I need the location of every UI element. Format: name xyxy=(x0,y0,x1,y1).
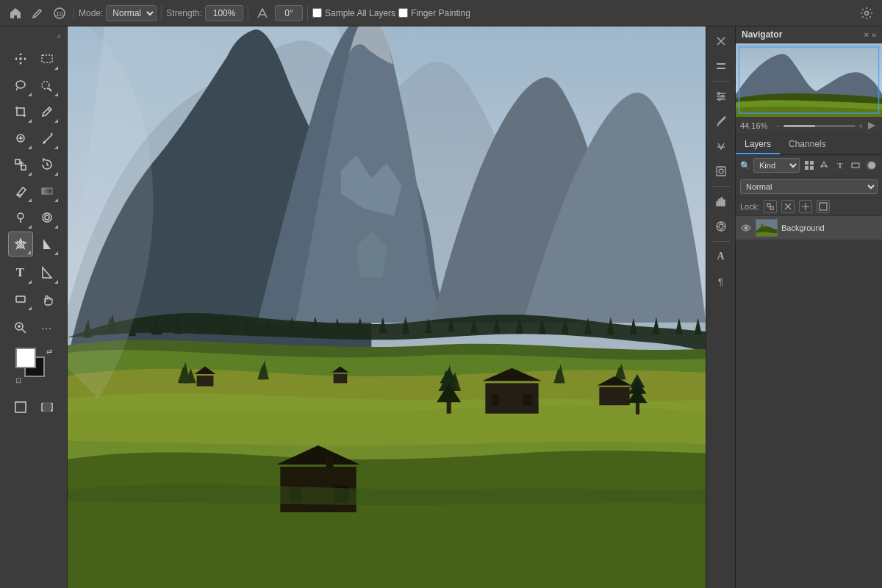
lock-artboard-icon[interactable] xyxy=(817,200,830,213)
adjustments-icon[interactable] xyxy=(709,85,733,108)
reset-colors-icon[interactable]: ⊡ xyxy=(15,376,21,384)
layer-name: Background xyxy=(781,223,878,232)
svg-point-7 xyxy=(42,82,49,89)
svg-rect-4 xyxy=(19,58,21,60)
gradient-tool[interactable] xyxy=(35,179,60,204)
strength-input[interactable] xyxy=(205,5,243,21)
type-tool[interactable]: T xyxy=(8,260,33,285)
zoom-tool[interactable] xyxy=(8,315,33,340)
navigator-expand-icon[interactable]: » xyxy=(872,30,876,39)
svg-point-61 xyxy=(719,224,723,229)
filter-type-icon[interactable]: T xyxy=(833,159,847,172)
layer-thumb-svg xyxy=(756,220,778,237)
brush-tool[interactable] xyxy=(35,126,60,151)
sample-all-checkbox[interactable] xyxy=(312,8,322,18)
marquee-tool[interactable] xyxy=(35,46,60,71)
angle-input[interactable] xyxy=(275,5,303,21)
more-tools[interactable]: ··· xyxy=(35,315,60,340)
collapse-icon[interactable]: « xyxy=(55,31,62,42)
angle-icon xyxy=(253,4,272,23)
lasso-tool[interactable] xyxy=(8,73,33,98)
svg-rect-66 xyxy=(810,161,814,165)
layer-visibility-icon[interactable] xyxy=(740,222,752,234)
svg-rect-5 xyxy=(42,55,52,62)
home-icon[interactable] xyxy=(6,4,25,23)
canvas-image xyxy=(68,26,706,588)
clone-stamp-tool[interactable] xyxy=(8,152,33,177)
direct-select-tool[interactable] xyxy=(35,260,60,285)
zoom-out-icon[interactable]: − xyxy=(776,122,781,130)
paragraph-icon[interactable]: ¶ xyxy=(709,270,733,293)
lock-image-icon[interactable] xyxy=(781,200,795,213)
svg-point-3 xyxy=(865,11,869,15)
navigator-close-icon[interactable]: × xyxy=(864,30,868,39)
tools-grid-2: T xyxy=(7,259,61,313)
svg-point-6 xyxy=(16,81,25,88)
filter-kind-select[interactable]: Kind xyxy=(753,158,800,173)
settings-icon[interactable] xyxy=(857,4,876,23)
sample-all-label[interactable]: Sample All Layers xyxy=(325,8,395,18)
lock-label: Lock: xyxy=(740,202,759,211)
panel-close-icon[interactable] xyxy=(709,29,733,53)
canvas-area[interactable] xyxy=(68,26,706,588)
navigator-section: Navigator × » xyxy=(736,26,882,135)
filter-pixel-icon[interactable] xyxy=(803,159,816,172)
mask-icon[interactable] xyxy=(709,159,733,183)
zoom-in-icon[interactable]: + xyxy=(858,122,863,130)
layer-item[interactable]: Background xyxy=(736,216,882,240)
quick-select-tool[interactable] xyxy=(35,73,60,98)
move-tool[interactable] xyxy=(8,46,33,71)
crop-tool[interactable] xyxy=(8,99,33,124)
eraser-tool[interactable] xyxy=(8,179,33,204)
svg-point-53 xyxy=(718,98,720,101)
histogram-icon[interactable] xyxy=(709,190,733,213)
filter-shape-icon[interactable] xyxy=(849,159,862,172)
blend-mode-select[interactable]: Normal xyxy=(740,179,878,194)
sep4 xyxy=(307,6,308,21)
shape-tool[interactable] xyxy=(8,287,33,312)
target-icon[interactable] xyxy=(709,215,733,238)
svg-marker-64 xyxy=(868,122,875,129)
mode-label: Mode: xyxy=(79,8,103,18)
svg-point-14 xyxy=(45,215,49,220)
foreground-color-swatch[interactable] xyxy=(15,348,36,368)
panel-expand-icon[interactable] xyxy=(709,54,733,78)
history-brush-tool[interactable] xyxy=(35,152,60,177)
brush-icon[interactable]: 10 xyxy=(50,4,69,23)
lock-transparent-icon[interactable] xyxy=(764,200,777,213)
standard-screen-btn[interactable] xyxy=(8,395,33,420)
blur-tool[interactable] xyxy=(35,205,60,230)
finger-painting-checkbox[interactable] xyxy=(398,8,408,18)
path-select-tool[interactable] xyxy=(35,232,60,257)
svg-rect-72 xyxy=(767,204,770,207)
right-icons-strip: A ¶ xyxy=(706,26,735,588)
layers-list: Background xyxy=(736,216,882,588)
channels-tab[interactable]: Channels xyxy=(780,135,835,154)
filter-adj-icon[interactable] xyxy=(818,159,831,172)
character-icon[interactable]: A xyxy=(709,245,733,268)
navigator-header: Navigator × » xyxy=(736,26,882,43)
swap-colors-icon[interactable]: ⇄ xyxy=(46,348,52,356)
full-screen-btn[interactable] xyxy=(35,395,60,420)
zoom-triangle-icon[interactable] xyxy=(866,120,878,132)
lock-position-icon[interactable] xyxy=(799,200,812,213)
eyedropper-tool[interactable] xyxy=(35,99,60,124)
tool-pen-icon[interactable] xyxy=(28,4,47,23)
pen-tool[interactable] xyxy=(8,232,33,257)
spot-healing-tool[interactable] xyxy=(8,126,33,151)
layers-tab[interactable]: Layers xyxy=(736,135,780,154)
brush-settings-icon[interactable] xyxy=(709,110,733,133)
blend-mode-bar: Normal xyxy=(736,176,882,198)
finger-painting-group: Finger Painting xyxy=(398,8,470,18)
svg-rect-68 xyxy=(810,166,814,170)
zoom-slider[interactable] xyxy=(784,125,856,127)
fx-icon[interactable] xyxy=(709,135,733,158)
svg-rect-57 xyxy=(719,199,720,206)
finger-painting-label[interactable]: Finger Painting xyxy=(411,8,470,18)
hand-tool[interactable] xyxy=(35,287,60,312)
mode-select[interactable]: Normal xyxy=(106,5,157,21)
filter-toggle-icon[interactable] xyxy=(864,159,878,172)
center-and-right: A ¶ Navigator × » xyxy=(68,26,882,588)
dodge-tool[interactable] xyxy=(8,205,33,230)
icon-sep-1 xyxy=(712,81,730,82)
